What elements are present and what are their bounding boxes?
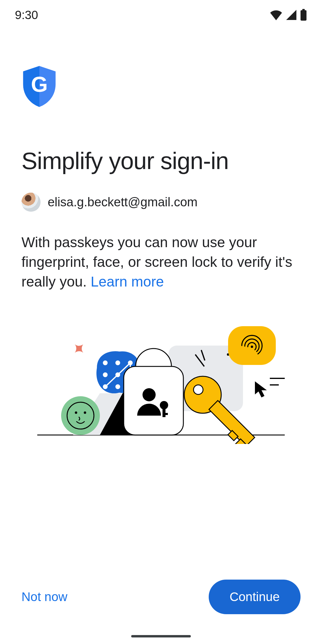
- svg-text:G: G: [31, 72, 48, 96]
- svg-rect-30: [162, 408, 165, 417]
- cell-signal-icon: [286, 10, 297, 20]
- wifi-icon: [270, 10, 283, 20]
- status-time: 9:30: [15, 8, 38, 22]
- svg-point-25: [75, 411, 77, 414]
- nav-bar-indicator: [131, 635, 191, 637]
- learn-more-link[interactable]: Learn more: [91, 274, 164, 290]
- account-email: elisa.g.beckett@gmail.com: [48, 195, 198, 209]
- fingerprint-icon: [228, 326, 276, 365]
- key-icon: [184, 376, 255, 444]
- svg-rect-31: [165, 413, 168, 415]
- svg-point-33: [193, 385, 203, 394]
- google-shield-icon: G: [21, 66, 301, 109]
- avatar: [21, 193, 41, 212]
- continue-button[interactable]: Continue: [209, 580, 301, 614]
- svg-point-29: [160, 401, 168, 409]
- status-icons: [270, 9, 307, 21]
- svg-point-26: [84, 411, 86, 414]
- status-bar: 9:30: [0, 0, 322, 30]
- account-row[interactable]: elisa.g.beckett@gmail.com: [21, 193, 301, 212]
- battery-icon: [300, 9, 307, 21]
- cursor-icon: [255, 381, 267, 397]
- main-content: G Simplify your sign-in elisa.g.beckett@…: [21, 66, 301, 444]
- svg-point-13: [103, 373, 107, 377]
- svg-rect-27: [124, 366, 183, 435]
- svg-rect-0: [301, 10, 306, 21]
- svg-point-10: [103, 361, 107, 365]
- svg-point-11: [116, 361, 120, 365]
- passkeys-illustration: [21, 316, 301, 444]
- page-title: Simplify your sign-in: [21, 147, 301, 175]
- svg-rect-1: [302, 9, 305, 10]
- not-now-button[interactable]: Not now: [21, 584, 67, 610]
- description-text: With passkeys you can now use your finge…: [21, 233, 301, 292]
- footer-actions: Not now Continue: [21, 580, 301, 614]
- svg-point-28: [143, 388, 156, 401]
- face-icon: [61, 396, 100, 435]
- svg-point-37: [251, 346, 253, 348]
